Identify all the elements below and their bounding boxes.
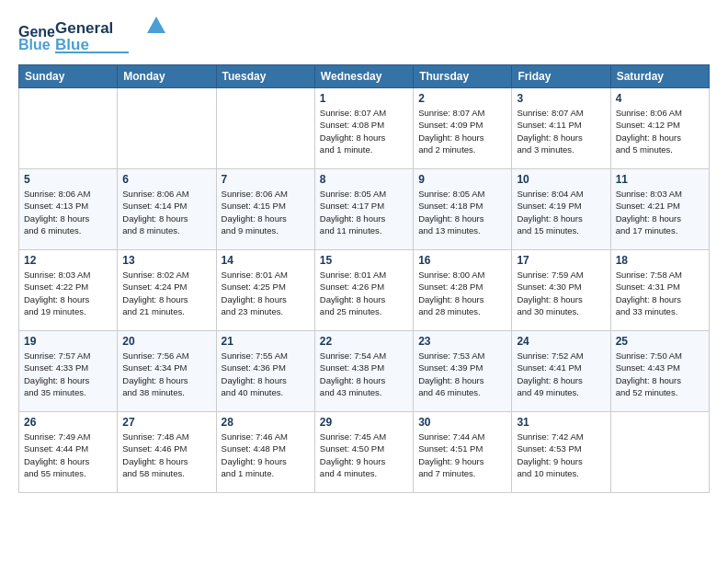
day-info: Sunrise: 7:42 AM Sunset: 4:53 PM Dayligh… [517, 431, 605, 479]
day-number: 17 [517, 254, 605, 267]
calendar-cell: 23Sunrise: 7:53 AM Sunset: 4:39 PM Dayli… [414, 331, 512, 412]
weekday-header-wednesday: Wednesday [314, 65, 413, 88]
day-info: Sunrise: 7:56 AM Sunset: 4:34 PM Dayligh… [122, 350, 210, 398]
calendar-cell: 27Sunrise: 7:48 AM Sunset: 4:46 PM Dayli… [118, 412, 216, 493]
calendar-cell: 2Sunrise: 8:07 AM Sunset: 4:09 PM Daylig… [414, 88, 512, 169]
calendar-cell: 20Sunrise: 7:56 AM Sunset: 4:34 PM Dayli… [118, 331, 216, 412]
day-number: 2 [418, 92, 506, 105]
day-info: Sunrise: 8:05 AM Sunset: 4:17 PM Dayligh… [320, 188, 408, 236]
header: General Blue General Blue [18, 15, 710, 55]
calendar-cell: 19Sunrise: 7:57 AM Sunset: 4:33 PM Dayli… [19, 331, 118, 412]
day-info: Sunrise: 8:01 AM Sunset: 4:25 PM Dayligh… [222, 269, 310, 317]
day-info: Sunrise: 8:06 AM Sunset: 4:14 PM Dayligh… [122, 188, 210, 236]
calendar-cell: 9Sunrise: 8:05 AM Sunset: 4:18 PM Daylig… [414, 169, 512, 250]
logo: General Blue General Blue [18, 15, 165, 55]
calendar-cell: 18Sunrise: 7:58 AM Sunset: 4:31 PM Dayli… [610, 250, 709, 331]
calendar-cell: 14Sunrise: 8:01 AM Sunset: 4:25 PM Dayli… [216, 250, 314, 331]
day-number: 6 [122, 173, 210, 186]
logo-svg: General Blue [55, 15, 165, 55]
day-info: Sunrise: 8:07 AM Sunset: 4:08 PM Dayligh… [320, 107, 408, 155]
day-info: Sunrise: 7:55 AM Sunset: 4:36 PM Dayligh… [222, 350, 310, 398]
day-number: 20 [122, 335, 210, 348]
day-number: 30 [418, 416, 506, 429]
calendar-cell: 17Sunrise: 7:59 AM Sunset: 4:30 PM Dayli… [512, 250, 610, 331]
calendar-cell: 12Sunrise: 8:03 AM Sunset: 4:22 PM Dayli… [19, 250, 118, 331]
day-number: 13 [122, 254, 210, 267]
weekday-header-sunday: Sunday [19, 65, 118, 88]
day-number: 3 [517, 92, 605, 105]
calendar-cell [118, 88, 216, 169]
svg-text:General: General [55, 19, 113, 37]
day-number: 14 [222, 254, 310, 267]
weekday-header-saturday: Saturday [610, 65, 709, 88]
calendar-cell: 28Sunrise: 7:46 AM Sunset: 4:48 PM Dayli… [216, 412, 314, 493]
calendar-cell: 5Sunrise: 8:06 AM Sunset: 4:13 PM Daylig… [19, 169, 118, 250]
week-row-5: 26Sunrise: 7:49 AM Sunset: 4:44 PM Dayli… [19, 412, 710, 493]
calendar-cell: 11Sunrise: 8:03 AM Sunset: 4:21 PM Dayli… [610, 169, 709, 250]
calendar-cell: 6Sunrise: 8:06 AM Sunset: 4:14 PM Daylig… [118, 169, 216, 250]
calendar-cell: 3Sunrise: 8:07 AM Sunset: 4:11 PM Daylig… [512, 88, 610, 169]
svg-marker-4 [147, 17, 165, 33]
week-row-3: 12Sunrise: 8:03 AM Sunset: 4:22 PM Dayli… [19, 250, 710, 331]
day-info: Sunrise: 8:03 AM Sunset: 4:21 PM Dayligh… [616, 188, 704, 236]
day-number: 7 [222, 173, 310, 186]
logo-icon: General Blue [18, 17, 55, 53]
day-number: 16 [418, 254, 506, 267]
calendar-cell: 8Sunrise: 8:05 AM Sunset: 4:17 PM Daylig… [314, 169, 413, 250]
day-number: 27 [122, 416, 210, 429]
day-number: 21 [222, 335, 310, 348]
week-row-1: 1Sunrise: 8:07 AM Sunset: 4:08 PM Daylig… [19, 88, 710, 169]
day-number: 5 [24, 173, 112, 186]
calendar-cell: 10Sunrise: 8:04 AM Sunset: 4:19 PM Dayli… [512, 169, 610, 250]
day-info: Sunrise: 7:44 AM Sunset: 4:51 PM Dayligh… [418, 431, 506, 479]
day-info: Sunrise: 8:04 AM Sunset: 4:19 PM Dayligh… [517, 188, 605, 236]
calendar-cell [610, 412, 709, 493]
calendar-cell: 31Sunrise: 7:42 AM Sunset: 4:53 PM Dayli… [512, 412, 610, 493]
day-number: 31 [517, 416, 605, 429]
calendar-table: SundayMondayTuesdayWednesdayThursdayFrid… [18, 64, 710, 493]
day-info: Sunrise: 7:58 AM Sunset: 4:31 PM Dayligh… [616, 269, 704, 317]
week-row-4: 19Sunrise: 7:57 AM Sunset: 4:33 PM Dayli… [19, 331, 710, 412]
day-info: Sunrise: 7:49 AM Sunset: 4:44 PM Dayligh… [24, 431, 112, 479]
calendar-body: 1Sunrise: 8:07 AM Sunset: 4:08 PM Daylig… [19, 88, 710, 493]
calendar-cell: 16Sunrise: 8:00 AM Sunset: 4:28 PM Dayli… [414, 250, 512, 331]
calendar-cell: 15Sunrise: 8:01 AM Sunset: 4:26 PM Dayli… [314, 250, 413, 331]
day-number: 23 [418, 335, 506, 348]
day-info: Sunrise: 7:57 AM Sunset: 4:33 PM Dayligh… [24, 350, 112, 398]
day-number: 11 [616, 173, 704, 186]
day-info: Sunrise: 8:01 AM Sunset: 4:26 PM Dayligh… [320, 269, 408, 317]
day-number: 9 [418, 173, 506, 186]
day-number: 12 [24, 254, 112, 267]
weekday-header-friday: Friday [512, 65, 610, 88]
day-info: Sunrise: 8:06 AM Sunset: 4:12 PM Dayligh… [616, 107, 704, 155]
day-number: 4 [616, 92, 704, 105]
day-number: 26 [24, 416, 112, 429]
day-info: Sunrise: 7:45 AM Sunset: 4:50 PM Dayligh… [320, 431, 408, 479]
day-number: 25 [616, 335, 704, 348]
calendar-cell [216, 88, 314, 169]
day-info: Sunrise: 7:54 AM Sunset: 4:38 PM Dayligh… [320, 350, 408, 398]
calendar-cell: 30Sunrise: 7:44 AM Sunset: 4:51 PM Dayli… [414, 412, 512, 493]
calendar-cell: 4Sunrise: 8:06 AM Sunset: 4:12 PM Daylig… [610, 88, 709, 169]
calendar-cell: 26Sunrise: 7:49 AM Sunset: 4:44 PM Dayli… [19, 412, 118, 493]
weekday-header-row: SundayMondayTuesdayWednesdayThursdayFrid… [19, 65, 710, 88]
day-number: 18 [616, 254, 704, 267]
calendar-cell: 24Sunrise: 7:52 AM Sunset: 4:41 PM Dayli… [512, 331, 610, 412]
day-number: 15 [320, 254, 408, 267]
day-number: 28 [222, 416, 310, 429]
calendar-cell: 7Sunrise: 8:06 AM Sunset: 4:15 PM Daylig… [216, 169, 314, 250]
day-info: Sunrise: 7:48 AM Sunset: 4:46 PM Dayligh… [122, 431, 210, 479]
day-info: Sunrise: 7:59 AM Sunset: 4:30 PM Dayligh… [517, 269, 605, 317]
day-info: Sunrise: 8:06 AM Sunset: 4:15 PM Dayligh… [222, 188, 310, 236]
day-info: Sunrise: 7:46 AM Sunset: 4:48 PM Dayligh… [222, 431, 310, 479]
calendar-cell: 25Sunrise: 7:50 AM Sunset: 4:43 PM Dayli… [610, 331, 709, 412]
calendar-cell: 22Sunrise: 7:54 AM Sunset: 4:38 PM Dayli… [314, 331, 413, 412]
day-number: 10 [517, 173, 605, 186]
day-number: 24 [517, 335, 605, 348]
weekday-header-tuesday: Tuesday [216, 65, 314, 88]
calendar-cell: 29Sunrise: 7:45 AM Sunset: 4:50 PM Dayli… [314, 412, 413, 493]
day-info: Sunrise: 7:50 AM Sunset: 4:43 PM Dayligh… [616, 350, 704, 398]
day-info: Sunrise: 8:07 AM Sunset: 4:09 PM Dayligh… [418, 107, 506, 155]
week-row-2: 5Sunrise: 8:06 AM Sunset: 4:13 PM Daylig… [19, 169, 710, 250]
calendar-cell [19, 88, 118, 169]
